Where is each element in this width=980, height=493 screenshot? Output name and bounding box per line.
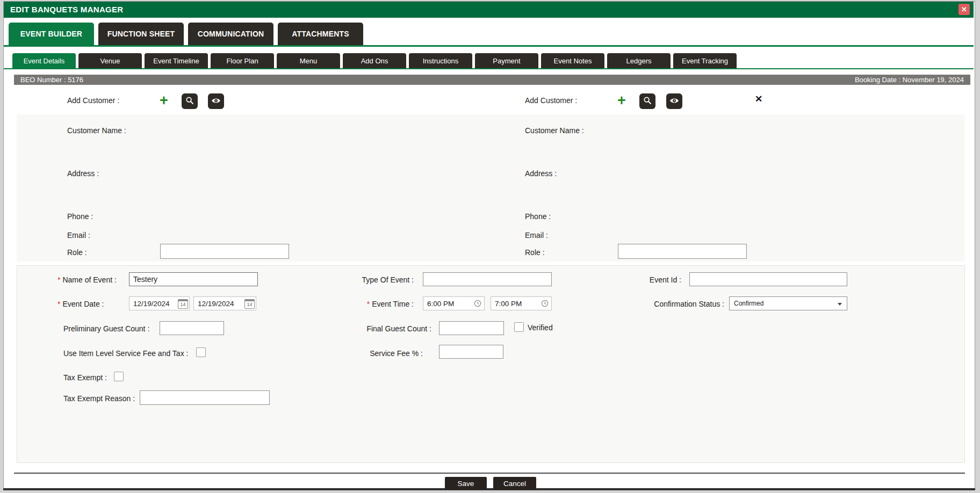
add-customer-label-right: Add Customer : <box>525 96 577 105</box>
event-start-date-input[interactable] <box>129 296 190 310</box>
tab-instructions[interactable]: Instructions <box>409 53 472 68</box>
event-id-label: Event Id : <box>618 276 681 284</box>
tax-exempt-reason-input[interactable] <box>140 390 270 405</box>
required-asterisk: * <box>57 276 60 284</box>
use-item-level-label: Use Item Level Service Fee and Tax : <box>63 349 188 358</box>
confirmation-status-value: Confirmed <box>734 300 763 307</box>
verified-label: Verified <box>528 323 553 332</box>
confirmation-status-select[interactable]: Confirmed <box>729 296 847 310</box>
event-time-label: *Event Time : <box>322 300 414 308</box>
tab-function-sheet[interactable]: FUNCTION SHEET <box>98 23 184 45</box>
add-customer-plus-icon-right[interactable]: + <box>615 93 629 109</box>
booking-date: Booking Date : November 19, 2024 <box>855 76 964 84</box>
tax-exempt-label: Tax Exempt : <box>63 373 107 382</box>
service-fee-input[interactable] <box>439 345 503 359</box>
customer-details-panel <box>17 114 965 262</box>
event-start-time-input[interactable] <box>423 296 485 310</box>
preliminary-guest-count-label: Preliminary Guest Count : <box>63 324 149 333</box>
search-icon <box>643 96 652 107</box>
footer-divider <box>14 473 965 474</box>
cancel-button[interactable]: Cancel <box>493 477 536 490</box>
tab-attachments[interactable]: ATTACHMENTS <box>278 23 363 45</box>
tab-event-timeline[interactable]: Event Timeline <box>145 53 208 68</box>
event-date-label: *Event Date : <box>57 300 104 308</box>
service-fee-label: Service Fee % : <box>322 349 423 358</box>
tab-event-tracking[interactable]: Event Tracking <box>673 53 737 68</box>
sub-tab-underline <box>4 68 974 69</box>
search-icon <box>185 96 194 107</box>
main-tab-bar: EVENT BUILDER FUNCTION SHEET COMMUNICATI… <box>9 23 363 45</box>
window-title: EDIT BANQUETS MANAGER <box>10 2 123 18</box>
tab-add-ons[interactable]: Add Ons <box>343 53 406 68</box>
type-of-event-label: Type Of Event : <box>322 276 414 284</box>
event-end-time-input[interactable] <box>491 296 552 310</box>
tab-floor-plan[interactable]: Floor Plan <box>211 53 274 68</box>
window-bottom-edge <box>3 488 975 490</box>
type-of-event-input[interactable] <box>423 272 552 286</box>
name-of-event-label: *Name of Event : <box>57 276 117 284</box>
tax-exempt-reason-label: Tax Exempt Reason : <box>63 394 135 403</box>
beo-number: BEO Number : 5176 <box>20 76 83 84</box>
eye-icon <box>211 97 221 106</box>
remove-customer-icon[interactable]: ✕ <box>753 93 765 105</box>
tax-exempt-checkbox[interactable] <box>114 372 124 381</box>
preliminary-guest-count-input[interactable] <box>160 321 224 335</box>
email-label-right: Email : <box>525 231 548 240</box>
phone-label-right: Phone : <box>525 212 551 221</box>
use-item-level-checkbox[interactable] <box>196 347 206 357</box>
view-customer-button-left[interactable] <box>208 93 224 109</box>
tab-ledgers[interactable]: Ledgers <box>607 53 671 68</box>
tab-payment[interactable]: Payment <box>475 53 538 68</box>
save-button[interactable]: Save <box>445 477 487 490</box>
address-label-right: Address : <box>525 169 557 178</box>
add-customer-plus-icon-left[interactable]: + <box>157 93 171 109</box>
tab-event-details[interactable]: Event Details <box>12 53 76 68</box>
tab-venue[interactable]: Venue <box>78 53 142 68</box>
event-end-date-input[interactable] <box>193 296 256 310</box>
search-customer-button-left[interactable] <box>182 93 198 109</box>
event-id-input[interactable] <box>689 272 847 286</box>
role-label-right: Role : <box>525 248 545 257</box>
verified-checkbox[interactable] <box>514 322 524 332</box>
required-asterisk: * <box>367 300 370 308</box>
final-guest-count-label: Final Guest Count : <box>322 324 431 333</box>
role-input-right[interactable] <box>618 244 747 259</box>
customer-name-label-left: Customer Name : <box>67 126 126 135</box>
required-asterisk: * <box>57 300 60 308</box>
tab-menu[interactable]: Menu <box>277 53 340 68</box>
name-of-event-input[interactable] <box>129 272 258 286</box>
customer-name-label-right: Customer Name : <box>525 126 584 135</box>
event-details-panel <box>17 265 965 463</box>
main-tab-underline <box>4 45 974 47</box>
phone-label-left: Phone : <box>67 212 93 221</box>
add-customer-label-left: Add Customer : <box>67 96 119 105</box>
confirmation-status-label: Confirmation Status : <box>618 300 724 308</box>
role-input-left[interactable] <box>160 244 289 259</box>
view-customer-button-right[interactable] <box>666 93 682 109</box>
beo-info-bar: BEO Number : 5176 Booking Date : Novembe… <box>14 75 970 85</box>
chevron-down-icon <box>838 303 842 306</box>
tab-event-builder[interactable]: EVENT BUILDER <box>9 23 94 45</box>
role-label-left: Role : <box>67 248 87 257</box>
close-icon[interactable]: ✕ <box>959 4 970 15</box>
final-guest-count-input[interactable] <box>439 321 504 335</box>
title-bar: EDIT BANQUETS MANAGER <box>4 2 974 18</box>
tab-communication[interactable]: COMMUNICATION <box>188 23 273 45</box>
sub-tab-bar: Event Details Venue Event Timeline Floor… <box>12 53 737 68</box>
email-label-left: Email : <box>67 231 90 240</box>
tab-event-notes[interactable]: Event Notes <box>541 53 604 68</box>
address-label-left: Address : <box>67 169 99 178</box>
search-customer-button-right[interactable] <box>639 93 655 109</box>
eye-icon <box>669 97 679 106</box>
